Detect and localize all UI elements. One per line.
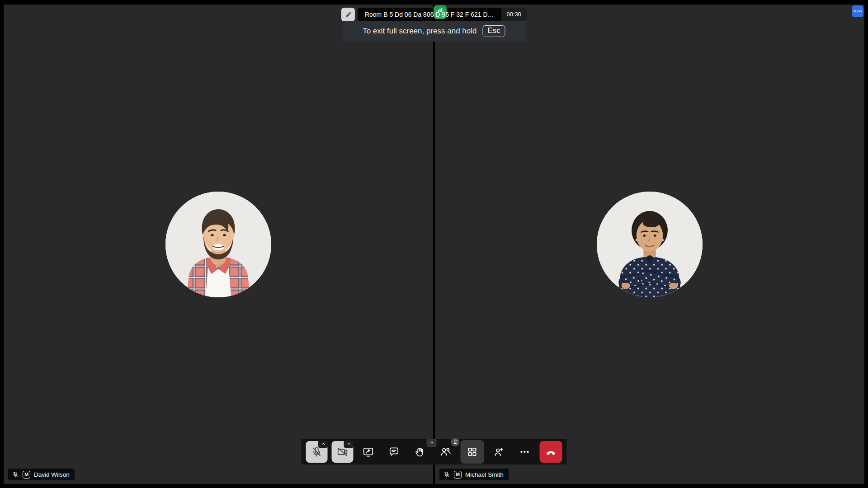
pencil-icon	[344, 11, 351, 18]
name-label-david-wilson: M David Wilson	[8, 469, 75, 480]
esc-keycap: Esc	[482, 25, 505, 37]
invite-button[interactable]	[488, 441, 510, 463]
moderator-badge: M	[454, 471, 462, 479]
edit-subject-button[interactable]	[341, 8, 355, 21]
avatar-david-wilson	[165, 192, 271, 297]
participant-name: Michael Smith	[465, 471, 504, 478]
microphone-button[interactable]	[306, 441, 328, 463]
mic-muted-icon	[12, 471, 19, 478]
dot-icon	[857, 10, 859, 13]
dot-icon	[859, 10, 862, 13]
dot-icon	[854, 10, 856, 13]
screenshare-button[interactable]	[358, 441, 379, 463]
conference-stage: M David Wilson	[4, 5, 864, 484]
camera-button[interactable]	[332, 441, 354, 463]
chevron-up-icon	[321, 442, 326, 446]
tile-view-icon	[467, 446, 478, 458]
chevron-up-icon	[429, 441, 434, 445]
chevron-up-icon	[346, 442, 351, 446]
participant-name: David Wilson	[34, 471, 70, 478]
participants-icon	[440, 446, 452, 458]
room-name: Room B 5 Dd 06 Da 806 D 95 F 32 F 621 D…	[358, 8, 501, 21]
raise-hand-menu-arrow[interactable]	[427, 439, 437, 447]
more-options-button[interactable]	[514, 441, 536, 463]
participants-count-badge: 2	[451, 438, 460, 446]
moderator-badge: M	[23, 471, 30, 479]
hangup-phone-icon	[545, 446, 557, 458]
overflow-indicator-button[interactable]	[852, 5, 863, 17]
screen-share-icon	[363, 446, 374, 458]
fullscreen-exit-notice: To exit full screen, press and hold Esc	[343, 21, 526, 42]
video-tile-michael-smith[interactable]: M Michael Smith	[435, 5, 864, 484]
subject-bar: Room B 5 Dd 06 Da 806 D 95 F 32 F 621 D……	[341, 8, 527, 21]
tile-view-button[interactable]	[461, 440, 484, 464]
more-dots-icon	[519, 446, 531, 458]
name-label-michael-smith: M Michael Smith	[439, 469, 509, 480]
video-settings-arrow[interactable]	[344, 441, 354, 448]
video-tile-david-wilson[interactable]: M David Wilson	[4, 5, 433, 484]
chat-icon	[388, 446, 400, 458]
avatar-michael-smith	[597, 192, 703, 297]
meeting-timer: 00:30	[501, 8, 527, 21]
chat-button[interactable]	[383, 441, 405, 463]
raise-hand-icon	[414, 446, 426, 458]
hangup-button[interactable]	[540, 441, 562, 463]
fullscreen-exit-message: To exit full screen, press and hold	[363, 27, 476, 36]
raise-hand-button[interactable]	[409, 441, 431, 463]
subject-pill: Room B 5 Dd 06 Da 806 D 95 F 32 F 621 D……	[358, 8, 527, 21]
mic-muted-icon	[443, 471, 450, 478]
invite-person-icon	[493, 446, 505, 458]
participants-button[interactable]: 2	[435, 441, 457, 463]
toolbar: 2	[302, 439, 567, 465]
audio-settings-arrow[interactable]	[318, 441, 328, 448]
